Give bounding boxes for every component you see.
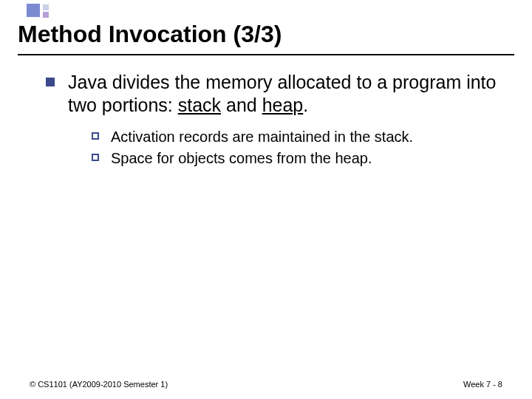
underlined-term: stack (178, 95, 221, 115)
decoration-square-icon (27, 4, 40, 17)
slide-title: Method Invocation (3/3) (18, 21, 514, 52)
slide: Method Invocation (3/3) Java divides the… (0, 0, 532, 399)
square-bullet-icon (46, 78, 55, 86)
bullet-item: Java divides the memory allocated to a p… (46, 71, 502, 117)
footer-page-number: Week 7 - 8 (463, 380, 502, 389)
footer-copyright: © CS1101 (AY2009-2010 Semester 1) (30, 380, 168, 389)
sub-bullet-item: Activation records are maintained in the… (92, 128, 502, 146)
sub-bullet-text: Activation records are maintained in the… (111, 128, 413, 146)
hollow-square-bullet-icon (92, 132, 99, 140)
body-area: Java divides the memory allocated to a p… (46, 71, 502, 171)
sub-bullet-item: Space for objects comes from the heap. (92, 149, 502, 168)
title-divider (18, 54, 514, 55)
text-segment: . (303, 95, 308, 115)
text-segment: and (221, 95, 262, 115)
sub-bullet-group: Activation records are maintained in the… (92, 128, 502, 168)
corner-decoration (27, 0, 59, 21)
sub-bullet-text: Space for objects comes from the heap. (111, 149, 372, 168)
underlined-term: heap (262, 95, 304, 115)
title-area: Method Invocation (3/3) (18, 21, 514, 55)
decoration-square-icon (43, 12, 49, 18)
bullet-text: Java divides the memory allocated to a p… (68, 71, 502, 117)
decoration-square-icon (43, 4, 49, 10)
hollow-square-bullet-icon (92, 154, 99, 161)
